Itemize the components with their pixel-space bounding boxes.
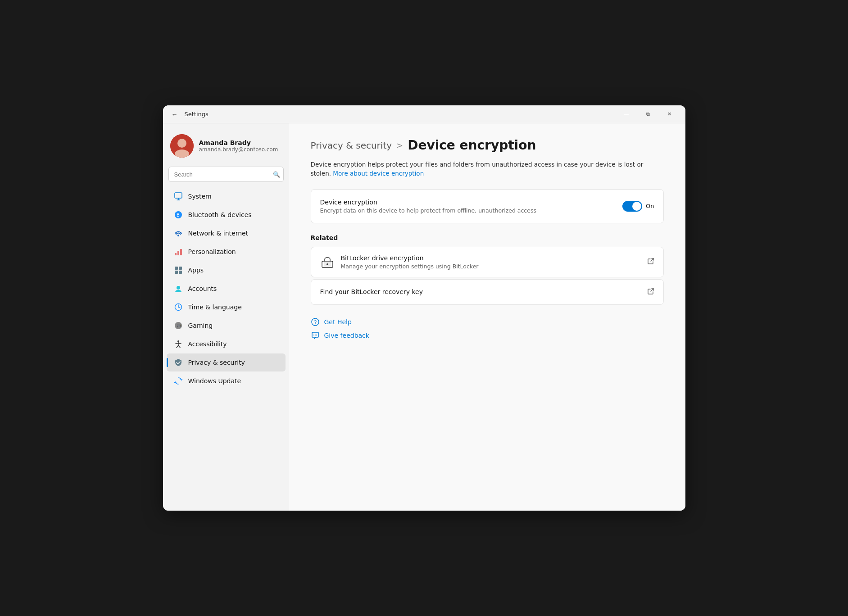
svg-point-16 (177, 286, 180, 290)
sidebar: Amanda Brady amanda.brady@contoso.com 🔍 (163, 123, 289, 511)
maximize-button[interactable]: ⧉ (638, 107, 658, 122)
svg-text:B: B (177, 213, 180, 217)
svg-point-1 (177, 139, 186, 148)
svg-rect-12 (175, 267, 178, 270)
breadcrumb-separator: > (396, 140, 403, 150)
svg-rect-11 (180, 249, 182, 255)
svg-rect-10 (177, 251, 179, 255)
bitlocker-item[interactable]: BitLocker drive encryption Manage your e… (311, 247, 664, 277)
svg-point-29 (327, 263, 328, 265)
description-link[interactable]: More about device encryption (333, 170, 424, 177)
sidebar-item-privacy[interactable]: Privacy & security (167, 353, 286, 371)
search-box: 🔍 (168, 167, 284, 182)
give-feedback-link[interactable]: Give feedback (311, 331, 664, 340)
svg-line-25 (177, 345, 178, 348)
sidebar-item-apps[interactable]: Apps (167, 261, 286, 279)
help-links: ? Get Help Give feedback (311, 317, 664, 340)
privacy-icon (174, 358, 183, 367)
sidebar-item-network[interactable]: Network & internet (167, 224, 286, 242)
bitlocker-info: BitLocker drive encryption Manage your e… (341, 254, 641, 270)
sidebar-item-time[interactable]: Time & language (167, 298, 286, 316)
content-area: Privacy & security > Device encryption D… (289, 123, 685, 511)
back-button[interactable]: ← (168, 108, 181, 121)
sidebar-item-gaming[interactable]: 🎮 Gaming (167, 317, 286, 335)
minimize-button[interactable]: — (616, 107, 637, 122)
svg-rect-15 (179, 271, 182, 274)
sidebar-item-time-label: Time & language (188, 303, 278, 311)
sidebar-item-update-label: Windows Update (188, 377, 278, 385)
toggle-label: On (646, 203, 654, 209)
update-icon (174, 376, 183, 385)
bitlocker-title: BitLocker drive encryption (341, 254, 641, 262)
get-help-label: Get Help (324, 318, 352, 326)
sidebar-nav: System B Bluetooth & devices (163, 187, 289, 390)
svg-rect-9 (175, 253, 177, 255)
recovery-key-external-icon (647, 288, 654, 296)
system-icon (174, 192, 183, 201)
sidebar-item-accounts-label: Accounts (188, 285, 278, 292)
sidebar-item-accounts[interactable]: Accounts (167, 280, 286, 298)
setting-desc: Encrypt data on this device to help prot… (320, 207, 623, 214)
setting-title: Device encryption (320, 199, 623, 206)
breadcrumb: Privacy & security > Device encryption (311, 138, 664, 153)
close-button[interactable]: ✕ (659, 107, 680, 122)
user-name: Amanda Brady (199, 139, 278, 146)
sidebar-item-bluetooth-label: Bluetooth & devices (188, 211, 278, 218)
toggle-container: On (622, 201, 654, 212)
svg-point-34 (316, 335, 317, 335)
svg-point-22 (177, 340, 179, 342)
sidebar-item-personalization[interactable]: Personalization (167, 243, 286, 261)
related-section-label: Related (311, 234, 664, 241)
svg-point-32 (313, 335, 314, 335)
titlebar-controls: — ⧉ ✕ (616, 107, 680, 122)
sidebar-item-system[interactable]: System (167, 187, 286, 205)
sidebar-item-gaming-label: Gaming (188, 322, 278, 329)
svg-point-8 (177, 235, 179, 236)
encryption-toggle[interactable] (622, 201, 642, 212)
svg-rect-14 (175, 271, 178, 274)
page-description: Device encryption helps protect your fil… (311, 160, 664, 178)
titlebar-title: Settings (185, 111, 616, 118)
svg-text:🎮: 🎮 (176, 323, 181, 329)
setting-info: Device encryption Encrypt data on this d… (320, 199, 623, 214)
sidebar-item-update[interactable]: Windows Update (167, 372, 286, 390)
sidebar-item-network-label: Network & internet (188, 230, 278, 237)
recovery-key-label: Find your BitLocker recovery key (320, 288, 647, 295)
gaming-icon: 🎮 (174, 321, 183, 330)
time-icon (174, 303, 183, 312)
get-help-icon: ? (311, 317, 320, 326)
sidebar-item-privacy-label: Privacy & security (188, 359, 278, 366)
search-input[interactable] (168, 167, 284, 182)
sidebar-item-accessibility-label: Accessibility (188, 340, 278, 348)
titlebar: ← Settings — ⧉ ✕ (163, 105, 685, 123)
breadcrumb-current: Device encryption (408, 138, 536, 153)
search-icon[interactable]: 🔍 (273, 171, 280, 178)
get-help-link[interactable]: ? Get Help (311, 317, 664, 326)
sidebar-item-system-label: System (188, 193, 278, 200)
avatar (170, 134, 194, 158)
sidebar-item-accessibility[interactable]: Accessibility (167, 335, 286, 353)
accounts-icon (174, 284, 183, 293)
bluetooth-icon: B (174, 210, 183, 219)
user-info: Amanda Brady amanda.brady@contoso.com (199, 139, 278, 153)
breadcrumb-parent: Privacy & security (311, 140, 392, 151)
recovery-key-item[interactable]: Find your BitLocker recovery key (311, 279, 664, 305)
device-encryption-card: Device encryption Encrypt data on this d… (311, 189, 664, 223)
svg-rect-3 (175, 193, 182, 198)
toggle-thumb (632, 202, 641, 211)
main-layout: Amanda Brady amanda.brady@contoso.com 🔍 (163, 123, 685, 511)
give-feedback-icon (311, 331, 320, 340)
network-icon (174, 229, 183, 238)
user-email: amanda.brady@contoso.com (199, 146, 278, 153)
accessibility-icon (174, 340, 183, 349)
bitlocker-desc: Manage your encryption settings using Bi… (341, 263, 641, 270)
sidebar-item-personalization-label: Personalization (188, 248, 278, 255)
svg-point-33 (315, 335, 316, 335)
bitlocker-icon (320, 255, 335, 269)
give-feedback-label: Give feedback (324, 332, 369, 339)
svg-line-26 (178, 345, 180, 348)
sidebar-item-apps-label: Apps (188, 267, 278, 274)
personalization-icon (174, 247, 183, 256)
user-profile[interactable]: Amanda Brady amanda.brady@contoso.com (163, 129, 289, 167)
sidebar-item-bluetooth[interactable]: B Bluetooth & devices (167, 206, 286, 224)
